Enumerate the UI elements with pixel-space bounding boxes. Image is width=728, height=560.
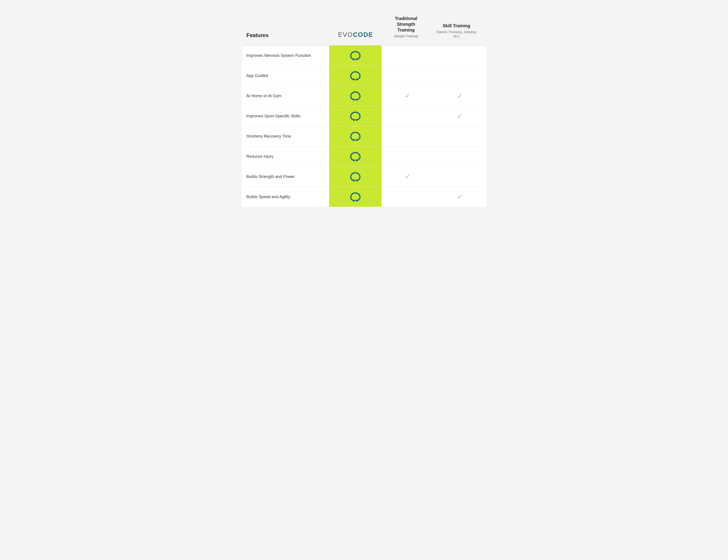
row-label: Improves Sport-Specific Skills	[242, 109, 329, 123]
evo-cell	[329, 46, 382, 65]
skill-cell	[434, 126, 486, 146]
svg-point-10	[353, 159, 355, 161]
row-label: Reduces injury	[242, 150, 329, 163]
evo-cell	[329, 167, 382, 187]
traditional-cell	[382, 187, 434, 207]
skill-subtitle: (Speed, Throwing, Jumping, etc.)	[433, 30, 479, 38]
table-row: Reduces injury	[242, 147, 486, 167]
traditional-cell	[382, 106, 434, 126]
evo-cell	[329, 86, 382, 106]
skill-title: Skill Training	[433, 23, 479, 29]
svg-point-15	[356, 200, 358, 202]
table-row: App Guided	[242, 66, 486, 86]
check-icon: ✓	[405, 92, 410, 100]
skill-cell: ✓	[434, 187, 486, 207]
skill-cell	[434, 167, 486, 187]
traditional-cell	[382, 66, 434, 86]
svg-point-11	[356, 159, 358, 161]
comparison-table: Features EVOCODE TraditionalStrengthTrai…	[242, 9, 486, 207]
svg-point-9	[356, 139, 358, 141]
traditional-cell	[382, 147, 434, 167]
traditional-subtitle: (Weight Training)	[383, 34, 429, 38]
svg-point-8	[353, 139, 355, 141]
svg-point-13	[356, 180, 358, 182]
evo-cell	[329, 66, 382, 86]
evocode-header: EVOCODE	[330, 31, 381, 41]
svg-point-14	[353, 200, 355, 202]
check-icon: ✓	[457, 193, 463, 201]
skill-header: Skill Training (Speed, Throwing, Jumping…	[431, 23, 482, 40]
row-label: Builds Speed and Agility	[242, 190, 329, 204]
code-suffix: CODE	[353, 31, 373, 38]
row-label: Improves Nervous System Function	[242, 49, 329, 62]
table-body: Improves Nervous System Function App Gui…	[242, 46, 486, 207]
table-row: Shortens Recovery Time	[242, 126, 486, 147]
svg-point-7	[356, 119, 358, 121]
skill-cell	[434, 66, 486, 86]
svg-point-0	[353, 58, 355, 60]
evo-cell	[329, 106, 382, 126]
table-row: Builds Speed and Agility ✓	[242, 187, 486, 207]
check-icon: ✓	[405, 173, 410, 180]
traditional-title: TraditionalStrengthTraining	[383, 16, 429, 33]
row-label: App Guided	[242, 69, 329, 83]
table-row: At Home or At Gym ✓✓	[242, 86, 486, 106]
svg-point-5	[356, 99, 358, 101]
traditional-cell	[382, 46, 434, 65]
skill-cell: ✓	[434, 106, 486, 126]
traditional-cell: ✓	[382, 86, 434, 106]
svg-point-6	[353, 119, 355, 121]
evo-cell	[329, 147, 382, 167]
svg-point-12	[353, 180, 355, 182]
row-label: Builds Strength and Power	[242, 170, 329, 184]
svg-point-2	[353, 79, 355, 81]
traditional-cell: ✓	[382, 167, 434, 187]
evocode-logo: EVOCODE	[338, 31, 373, 38]
skill-cell	[434, 46, 486, 65]
svg-point-3	[356, 79, 358, 81]
svg-point-1	[356, 58, 358, 60]
traditional-cell	[382, 126, 434, 146]
skill-cell: ✓	[434, 86, 486, 106]
skill-cell	[434, 147, 486, 167]
evo-cell	[329, 187, 382, 207]
row-label: Shortens Recovery Time	[242, 129, 329, 143]
row-label: At Home or At Gym	[242, 89, 329, 103]
features-header-label: Features	[246, 32, 330, 41]
svg-point-4	[353, 99, 355, 101]
table-row: Builds Strength and Power ✓	[242, 167, 486, 187]
check-icon: ✓	[457, 112, 463, 120]
traditional-header: TraditionalStrengthTraining (Weight Trai…	[381, 16, 431, 41]
check-icon: ✓	[457, 92, 463, 100]
evo-prefix: EVO	[338, 31, 353, 38]
table-row: Improves Nervous System Function	[242, 46, 486, 66]
evo-cell	[329, 126, 382, 146]
table-row: Improves Sport-Specific Skills ✓	[242, 106, 486, 126]
table-header: Features EVOCODE TraditionalStrengthTrai…	[242, 9, 486, 46]
